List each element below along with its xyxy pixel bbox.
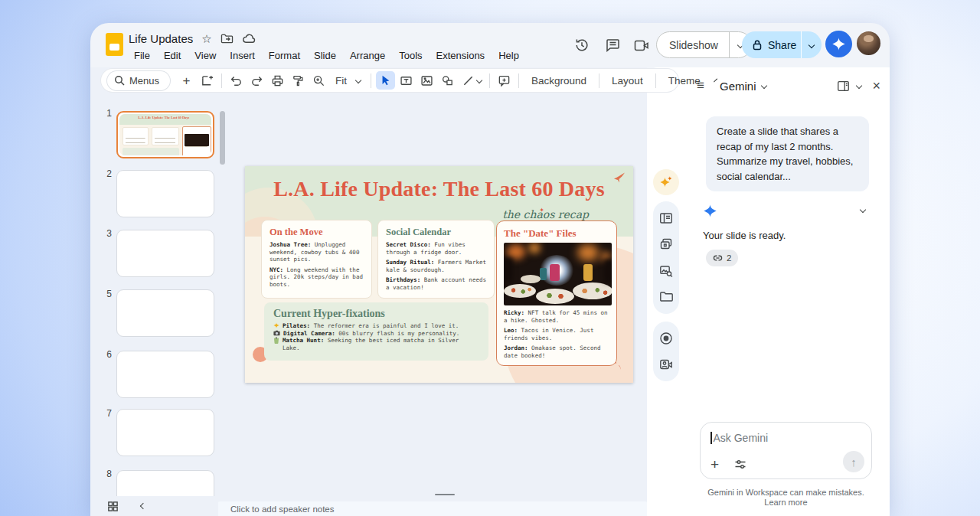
slide-thumbnail-6[interactable] — [116, 351, 214, 398]
notes-resize-handle[interactable] — [435, 494, 455, 495]
menu-tools[interactable]: Tools — [392, 47, 429, 65]
slide-thumbnail-preview: L.A. Life Update: The Last 60 Days — [119, 114, 211, 155]
link-icon — [713, 253, 723, 263]
paint-format-icon[interactable] — [289, 71, 308, 90]
bottom-bar: Click to add speaker notes — [90, 496, 647, 516]
user-avatar[interactable] — [857, 31, 880, 55]
speaker-notes[interactable]: Click to add speaker notes — [218, 501, 647, 516]
card-hyper-fixations[interactable]: Current Hyper-fixations Pilates: The ref… — [264, 302, 488, 361]
share-dropdown[interactable] — [801, 31, 822, 58]
menu-view[interactable]: View — [188, 47, 223, 65]
ai-sparkle-pill[interactable] — [653, 169, 679, 195]
ask-gemini-placeholder: Ask Gemini — [714, 432, 769, 444]
speaker-notes-placeholder: Click to add speaker notes — [230, 505, 335, 514]
card-social-calendar[interactable]: Social Calendar Secret Disco: Fun vibes … — [377, 220, 495, 299]
present-screens-icon[interactable] — [657, 235, 675, 253]
magic-sparkle-icon[interactable] — [657, 173, 675, 191]
menu-edit[interactable]: Edit — [157, 47, 188, 65]
matcha-emoji-icon — [273, 337, 279, 344]
meet-camera-icon[interactable] — [632, 35, 652, 55]
camera-emoji-icon — [273, 330, 280, 336]
card-on-the-move[interactable]: On the Move Joshua Tree: Unplugged weeke… — [261, 220, 372, 299]
select-tool[interactable] — [376, 71, 395, 90]
close-panel-icon[interactable]: × — [869, 78, 884, 94]
print-icon[interactable] — [268, 71, 287, 90]
cloud-status-icon[interactable] — [242, 33, 256, 44]
share-label: Share — [763, 39, 801, 51]
menu-arrange[interactable]: Arrange — [343, 47, 392, 65]
outline-panel-icon[interactable] — [657, 209, 675, 227]
menu-format[interactable]: Format — [262, 47, 307, 65]
image-search-icon[interactable] — [657, 262, 675, 280]
menu-insert[interactable]: Insert — [223, 47, 262, 65]
undo-icon[interactable] — [227, 71, 246, 90]
share-button[interactable]: Share — [742, 31, 822, 58]
comments-icon[interactable] — [603, 35, 622, 55]
subtitle-star-accent: ✦ — [539, 207, 544, 214]
theme-button[interactable]: Theme — [660, 71, 709, 90]
app-window: Life Updates ☆ File Edit View Insert For… — [90, 23, 890, 516]
new-slide-button[interactable]: + — [177, 71, 196, 90]
menu-extensions[interactable]: Extensions — [430, 47, 492, 65]
gemini-mode-dropdown[interactable] — [760, 83, 766, 89]
slide-thumbnail-7[interactable] — [116, 409, 214, 456]
insert-image-tool[interactable] — [417, 71, 436, 90]
slide-canvas[interactable]: L.A. Life Update: The Last 60 Days the c… — [245, 166, 633, 383]
linked-slides-count: 2 — [727, 253, 731, 263]
user-prompt-bubble: Create a slide that shares a recap of my… — [706, 116, 869, 191]
gemini-button[interactable] — [825, 31, 852, 57]
menu-slide[interactable]: Slide — [307, 47, 343, 65]
slide-title[interactable]: L.A. Life Update: The Last 60 Days — [245, 177, 633, 201]
text-box-tool[interactable] — [397, 71, 416, 90]
collapse-filmstrip-icon[interactable] — [135, 498, 152, 514]
panel-layout-dropdown[interactable] — [856, 83, 862, 89]
panel-layout-icon[interactable] — [834, 77, 852, 95]
insert-comment-tool[interactable] — [495, 71, 514, 90]
add-attachment-icon[interactable]: + — [710, 457, 719, 472]
menus-search-button[interactable]: Menus — [107, 71, 170, 90]
slide-number: 6 — [100, 349, 112, 360]
new-slide-layout-button[interactable] — [198, 71, 217, 90]
menu-file[interactable]: File — [127, 47, 157, 65]
version-history-icon[interactable] — [572, 35, 592, 55]
slide-subtitle[interactable]: the chaos recap — [502, 208, 589, 220]
ask-gemini-input[interactable]: Ask Gemini + ↑ — [700, 422, 872, 479]
dinner-photo — [504, 243, 612, 305]
background-button[interactable]: Background — [523, 71, 595, 90]
move-folder-icon[interactable] — [220, 33, 234, 44]
collapse-response-icon[interactable] — [860, 207, 866, 213]
slideshow-button[interactable]: Slideshow — [656, 31, 752, 58]
filmstrip-scrollbar[interactable] — [220, 111, 225, 165]
side-tools-pill — [653, 201, 679, 314]
zoom-fit-dropdown[interactable]: Fit — [329, 75, 367, 87]
grid-view-icon[interactable] — [104, 498, 121, 514]
slide-thumbnail-2[interactable] — [116, 170, 214, 217]
slide-thumbnail-1[interactable]: L.A. Life Update: The Last 60 Days — [116, 111, 214, 158]
redo-icon[interactable] — [247, 71, 266, 90]
slide-thumbnail-3[interactable] — [116, 230, 214, 277]
linked-slides-chip[interactable]: 2 — [706, 250, 738, 266]
learn-more-link[interactable]: Learn more — [696, 498, 876, 508]
card-date-files[interactable]: The "Date" Files Ricky: NFT talk for 45 … — [496, 220, 617, 366]
slide-number: 7 — [100, 408, 112, 419]
card-title: On the Move — [270, 227, 364, 238]
insert-line-tool[interactable] — [459, 71, 485, 90]
doc-title[interactable]: Life Updates — [129, 32, 193, 45]
gemini-disclaimer: Gemini in Workspace can make mistakes. — [696, 488, 876, 498]
zoom-icon[interactable] — [309, 71, 328, 90]
desktop-background: Life Updates ☆ File Edit View Insert For… — [0, 0, 980, 516]
camera-person-icon[interactable] — [657, 355, 675, 374]
folder-icon[interactable] — [657, 288, 675, 306]
star-icon[interactable]: ☆ — [201, 33, 211, 44]
tune-options-icon[interactable] — [734, 459, 746, 470]
insert-shape-tool[interactable] — [438, 71, 457, 90]
layout-button[interactable]: Layout — [603, 71, 652, 90]
slide-thumbnail-5[interactable] — [116, 289, 214, 337]
send-button[interactable]: ↑ — [843, 451, 864, 472]
slide-number: 2 — [100, 168, 112, 179]
gemini-panel-title: Gemini — [720, 80, 756, 93]
record-icon[interactable] — [657, 329, 675, 348]
menu-help[interactable]: Help — [492, 47, 526, 65]
slide-number: 3 — [100, 228, 112, 239]
slides-logo[interactable] — [106, 33, 123, 56]
